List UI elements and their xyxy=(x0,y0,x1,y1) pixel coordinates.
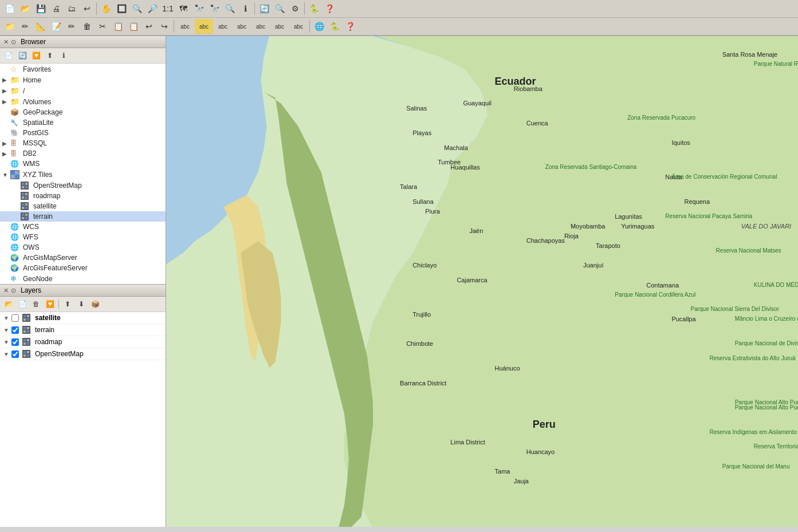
digitize-button[interactable]: 📁 xyxy=(2,19,17,34)
label2-button[interactable]: abc xyxy=(195,19,213,34)
browser-item-satellite[interactable]: satellite xyxy=(0,201,166,211)
layer-item-openstreetmap_layer[interactable]: ▼OpenStreetMap xyxy=(0,348,166,360)
browser-float-btn[interactable]: ⊙ xyxy=(11,38,16,46)
zoom-in-button[interactable]: 🔍 xyxy=(129,1,144,16)
tree-label-favorites: Favorites xyxy=(23,65,51,73)
tree-arrow-db2: ▶ xyxy=(2,151,10,157)
label4-button[interactable]: abc xyxy=(233,19,251,34)
info-button[interactable]: ℹ xyxy=(238,1,253,16)
tree-label-wcs: WCS xyxy=(23,223,39,231)
browser-item-roadmap[interactable]: roadmap xyxy=(0,191,166,201)
browser-info-btn[interactable]: ℹ xyxy=(57,49,70,62)
browser-add-btn[interactable]: 📄 xyxy=(2,49,15,62)
line-button[interactable]: 📐 xyxy=(33,19,48,34)
tree-label-wms: WMS xyxy=(23,160,40,168)
browser-item-geopackage[interactable]: 📦GeoPackage xyxy=(0,107,166,117)
browser-close-x[interactable]: ✕ xyxy=(3,38,9,46)
browser-item-arcgismapserver[interactable]: 🌍ArcGisMapServer xyxy=(0,253,166,263)
zoom-native-button[interactable]: 1:1 xyxy=(160,1,175,16)
browser-item-root[interactable]: ▶📁/ xyxy=(0,85,166,96)
zoom-selection-button[interactable]: 🔭 xyxy=(207,1,222,16)
layers-down-btn[interactable]: ⬇ xyxy=(75,298,88,310)
delete-button[interactable]: 🗑 xyxy=(80,19,95,34)
python-button[interactable]: 🐍 xyxy=(306,1,321,16)
layer-checkbox-satellite_layer[interactable] xyxy=(11,314,19,322)
label1-button[interactable]: abc xyxy=(176,19,194,34)
layer-item-terrain_layer[interactable]: ▼terrain xyxy=(0,324,166,336)
browser-item-wfs[interactable]: 🌐WFS xyxy=(0,232,166,242)
refresh-button[interactable]: 🔄 xyxy=(257,1,272,16)
tree-icon-geopackage: 📦 xyxy=(10,108,21,116)
paste-button[interactable]: 📋 xyxy=(126,19,141,34)
layers-close-x[interactable]: ✕ xyxy=(3,287,9,294)
browser-item-mssql[interactable]: ▶🗄MSSQL xyxy=(0,138,166,148)
zoom-out-button[interactable]: 🔎 xyxy=(145,1,160,16)
point-button[interactable]: ✏ xyxy=(18,19,33,34)
layer-item-roadmap_layer[interactable]: ▼roadmap xyxy=(0,336,166,348)
help2-button[interactable]: ❓ xyxy=(343,19,357,34)
globe2-button[interactable]: 🌐 xyxy=(312,19,327,34)
undo2-button[interactable]: ↩ xyxy=(141,19,156,34)
layer-checkbox-roadmap_layer[interactable] xyxy=(11,338,19,346)
save-button[interactable]: 💾 xyxy=(33,1,48,16)
layers-panel: ✕ ⊙ Layers 📂 📄 🗑 🔽 ⬆ ⬇ 📦 ▼satellite▼terr… xyxy=(0,285,166,527)
tree-label-volumes: /Volumes xyxy=(23,98,51,106)
browser-item-favorites[interactable]: ☆Favorites xyxy=(0,64,166,74)
layer-checkbox-terrain_layer[interactable] xyxy=(11,326,19,334)
browser-item-xyz_tiles[interactable]: ▼XYZ Tiles xyxy=(0,169,166,180)
tree-icon-roadmap xyxy=(21,192,31,200)
layers-remove-btn[interactable]: 🗑 xyxy=(30,298,42,310)
open-button[interactable]: 📂 xyxy=(18,1,33,16)
browser-item-db2[interactable]: ▶🗄DB2 xyxy=(0,148,166,159)
save-as-button[interactable]: 🖨 xyxy=(49,1,64,16)
browser-item-arcgisfeatureserver[interactable]: 🌍ArcGisFeatureServer xyxy=(0,263,166,273)
layers-filter-btn[interactable]: 🔽 xyxy=(44,298,56,310)
browser-item-terrain[interactable]: terrain xyxy=(0,211,166,222)
layers-open-btn[interactable]: 📂 xyxy=(2,298,15,310)
identify-button[interactable]: 🔍 xyxy=(222,1,237,16)
undo-button[interactable]: ↩ xyxy=(80,1,95,16)
map-area[interactable]: EcuadorGuayaquilCuencaRiobambaSalinasPla… xyxy=(166,36,798,527)
layer-item-satellite_layer[interactable]: ▼satellite xyxy=(0,312,166,324)
browser-item-volumes[interactable]: ▶📁/Volumes xyxy=(0,96,166,107)
layout-button[interactable]: 🗂 xyxy=(64,1,79,16)
browser-item-openstreetmap[interactable]: OpenStreetMap xyxy=(0,180,166,191)
polygon-button[interactable]: 📝 xyxy=(49,19,64,34)
edit-button[interactable]: ✏ xyxy=(64,19,79,34)
layers-group-btn[interactable]: 📦 xyxy=(89,298,101,310)
browser-item-geonode[interactable]: ❄GeoNode xyxy=(0,273,166,284)
help-button[interactable]: ❓ xyxy=(322,1,337,16)
browser-refresh-btn[interactable]: 🔄 xyxy=(16,49,29,62)
zoom-full-button[interactable]: 🗺 xyxy=(176,1,191,16)
python2-button[interactable]: 🐍 xyxy=(327,19,342,34)
browser-filter-btn[interactable]: 🔽 xyxy=(30,49,42,62)
browser-item-postgis[interactable]: 🐘PostGIS xyxy=(0,128,166,138)
new-button[interactable]: 📄 xyxy=(2,1,17,16)
browser-collapse-btn[interactable]: ⬆ xyxy=(44,49,56,62)
settings-button[interactable]: ⚙ xyxy=(288,1,302,16)
browser-item-wms[interactable]: 🌐WMS xyxy=(0,159,166,169)
tree-label-postgis: PostGIS xyxy=(23,129,49,137)
layers-float-btn[interactable]: ⊙ xyxy=(11,287,16,294)
layer-checkbox-openstreetmap_layer[interactable] xyxy=(11,350,19,358)
zoom-layer-button[interactable]: 🔭 xyxy=(191,1,206,16)
browser-item-ows[interactable]: 🌐OWS xyxy=(0,242,166,253)
filter-button[interactable]: 🔍 xyxy=(272,1,287,16)
toolbar-container: 📄 📂 💾 🖨 🗂 ↩ ✋ 🔲 🔍 🔎 1:1 🗺 🔭 🔭 🔍 ℹ 🔄 🔍 ⚙ … xyxy=(0,0,798,36)
layers-add-btn[interactable]: 📄 xyxy=(16,298,29,310)
select-button[interactable]: 🔲 xyxy=(114,1,129,16)
cut-button[interactable]: ✂ xyxy=(95,19,110,34)
label6-button[interactable]: abc xyxy=(270,19,289,34)
browser-item-spatialite[interactable]: 🔧SpatiaLite xyxy=(0,117,166,128)
label5-button[interactable]: abc xyxy=(251,19,270,34)
browser-item-wcs[interactable]: 🌐WCS xyxy=(0,222,166,232)
browser-item-home[interactable]: ▶📁Home xyxy=(0,74,166,85)
redo-button[interactable]: ↪ xyxy=(157,19,172,34)
layers-header-left: ✕ ⊙ Layers xyxy=(3,286,41,294)
copy-button[interactable]: 📋 xyxy=(111,19,125,34)
label3-button[interactable]: abc xyxy=(214,19,232,34)
pan-button[interactable]: ✋ xyxy=(99,1,113,16)
label7-button[interactable]: abc xyxy=(289,19,308,34)
layers-up-btn[interactable]: ⬆ xyxy=(61,298,74,310)
toolbar-row-1: 📄 📂 💾 🖨 🗂 ↩ ✋ 🔲 🔍 🔎 1:1 🗺 🔭 🔭 🔍 ℹ 🔄 🔍 ⚙ … xyxy=(0,0,798,18)
